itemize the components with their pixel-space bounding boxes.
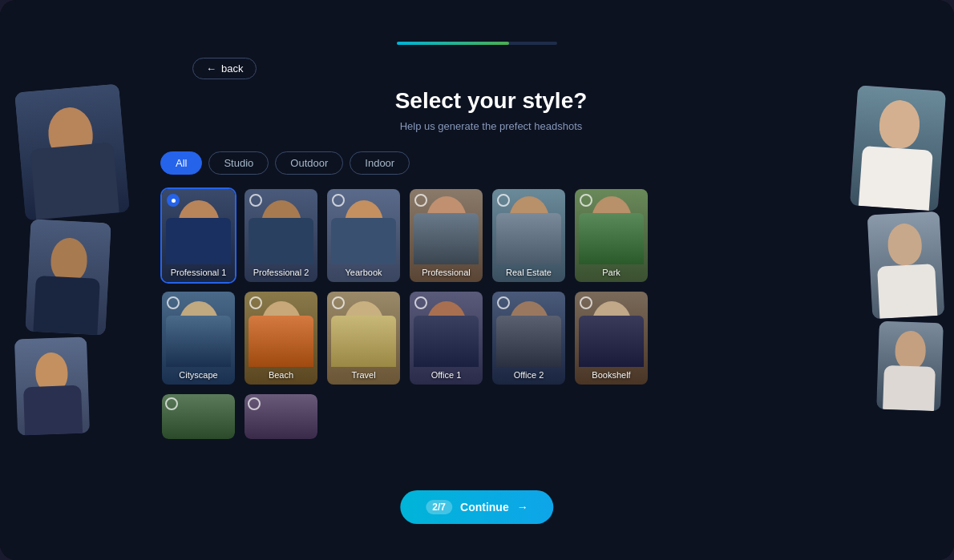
select-circle-travel [332, 296, 345, 309]
grid-item-bookshelf[interactable]: Bookshelf [573, 290, 649, 386]
filter-tab-all[interactable]: All [160, 151, 202, 175]
page-title: Select your style? [395, 88, 588, 114]
right-decoration [830, 80, 954, 512]
grid-item-realestate[interactable]: Real Estate [491, 187, 567, 284]
select-circle-extra2 [248, 397, 261, 410]
main-content: Select your style? Help us generate the … [152, 48, 830, 536]
select-circle-yearbook [332, 194, 345, 207]
filter-tab-studio[interactable]: Studio [208, 151, 269, 175]
select-circle-cityscape [167, 296, 180, 309]
grid-item-label-office1: Office 1 [410, 370, 483, 380]
grid-item-travel[interactable]: Travel [325, 290, 402, 386]
continue-button[interactable]: 2/7 Continue → [400, 490, 553, 524]
grid-item-office2[interactable]: Office 2 [491, 290, 567, 386]
grid-item-label-pro2: Professional 2 [245, 268, 317, 277]
grid-item-label-cityscape: Cityscape [162, 370, 235, 380]
deco-right-2 [867, 212, 945, 320]
filter-tabs: All Studio Outdoor Indoor [160, 151, 410, 175]
filter-tab-indoor[interactable]: Indoor [350, 151, 410, 175]
select-circle-pro2 [249, 194, 262, 207]
grid-item-label-park: Park [575, 268, 648, 277]
deco-left-1 [14, 84, 129, 221]
grid-item-professional[interactable]: Professional [408, 187, 484, 284]
select-circle-pro1 [167, 194, 180, 207]
grid-item-label-beach: Beach [245, 370, 317, 380]
select-circle-realestate [497, 194, 510, 207]
select-circle-office2 [497, 296, 510, 309]
image-grid-row2: Cityscape Beach [160, 290, 649, 386]
deco-right-1 [850, 85, 946, 211]
grid-item-label-bookshelf: Bookshelf [575, 370, 648, 380]
progress-bar-fill [397, 42, 509, 45]
grid-item-extra2[interactable] [243, 393, 319, 441]
grid-item-yearbook[interactable]: Yearbook [325, 187, 402, 284]
grid-item-label-pro1: Professional 1 [162, 268, 235, 277]
grid-item-park[interactable]: Park [573, 187, 649, 284]
select-circle-park [580, 194, 592, 207]
grid-item-label-travel: Travel [327, 370, 400, 380]
grid-item-label-realestate: Real Estate [492, 268, 565, 277]
grid-item-beach[interactable]: Beach [243, 290, 319, 386]
grid-item-label-office2: Office 2 [492, 370, 565, 380]
select-circle-bookshelf [580, 296, 592, 309]
deco-left-3 [14, 336, 90, 435]
select-circle-beach [249, 296, 262, 309]
grid-item-cityscape[interactable]: Cityscape [160, 290, 236, 386]
left-decoration [0, 80, 148, 512]
grid-item-office1[interactable]: Office 1 [408, 290, 484, 386]
page-subtitle: Help us generate the prefect headshots [400, 120, 583, 132]
deco-left-2 [25, 219, 111, 335]
select-circle-extra1 [165, 397, 178, 410]
filter-tab-outdoor[interactable]: Outdoor [275, 151, 343, 175]
laptop-wrapper: ← back [0, 0, 954, 560]
deco-right-3 [876, 321, 944, 412]
partial-row [160, 393, 319, 441]
laptop-screen: ← back [0, 0, 954, 560]
image-grid-row1: Professional 1 Professional 2 [160, 187, 649, 284]
continue-label: Continue [460, 501, 509, 514]
select-circle-professional [414, 194, 427, 207]
grid-item-extra1[interactable] [160, 393, 236, 441]
grid-item-label-yearbook: Yearbook [327, 268, 400, 277]
grid-item-pro1[interactable]: Professional 1 [160, 187, 236, 284]
grid-item-pro2[interactable]: Professional 2 [243, 187, 319, 284]
continue-arrow-icon: → [517, 501, 528, 514]
step-badge: 2/7 [426, 500, 452, 514]
progress-bar-container [397, 42, 557, 45]
select-circle-office1 [414, 296, 427, 309]
grid-item-label-professional: Professional [410, 268, 483, 277]
